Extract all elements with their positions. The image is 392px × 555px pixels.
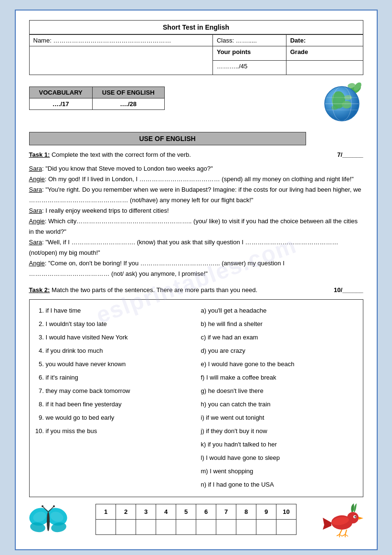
dialog-line-5: Angie: Which city……………………………………………….. (y…	[29, 216, 363, 237]
butterfly-icon	[29, 503, 67, 539]
match-option-m: m) I went shopping	[201, 465, 355, 478]
svg-point-23	[42, 505, 43, 507]
dialog-angie-2-text: Which city……………………………………………….. (you/ lik…	[29, 218, 358, 235]
answer-cell-7[interactable]	[216, 520, 236, 535]
svg-marker-28	[359, 517, 363, 520]
match-option-g: g) he doesn't live there	[201, 385, 355, 397]
page: Short Test in English Name: …………………………………	[15, 10, 378, 550]
match-option-l: l) I would have gone to sleep	[201, 452, 355, 464]
dialog-line-2: Angie: Oh my god! If I lived in London, …	[29, 174, 363, 185]
section-title: USE OF ENGLISH	[29, 132, 306, 145]
dialog-line-6: Sara: "Well, if I …………………………. (know) tha…	[29, 237, 363, 258]
speaker-angie-3: Angie	[29, 260, 45, 267]
match-option-n: n) if I had gone to the USA	[201, 479, 355, 491]
svg-line-37	[345, 530, 347, 534]
svg-point-21	[47, 512, 50, 531]
match-option-j: j) if they don't buy it now	[201, 425, 355, 437]
match-option-k: k) if you hadn't talked to her	[201, 438, 355, 451]
match-option-h: h) you can catch the train	[201, 398, 355, 411]
answer-cell-8[interactable]	[236, 520, 256, 535]
vocab-header: VOCABULARY	[29, 87, 92, 98]
dialog-sara-3-text: I really enjoy weekend trips to differen…	[45, 207, 169, 214]
class-dots: …….....	[236, 37, 257, 44]
answer-ans-row	[96, 520, 297, 535]
match-option-a: a) you'll get a headache	[201, 305, 355, 317]
dialog-line-4: Sara: I really enjoy weekend trips to di…	[29, 206, 363, 216]
match-option-e: e) I would have gone to the beach	[201, 358, 355, 370]
task2-score: 10/______	[334, 285, 363, 295]
match-item-3: I would have visited New York	[46, 331, 191, 344]
answer-grid: 1 2 3 4 5 6 7 8 9 10	[95, 504, 297, 535]
speaker-sara-4: Sara	[29, 239, 42, 246]
answer-cell-1[interactable]	[96, 520, 116, 535]
dialog-sara-1-text: "Did you know that Steve moved to London…	[45, 165, 212, 172]
globe-icon	[320, 81, 363, 124]
answer-num-10: 10	[276, 504, 297, 520]
answer-cell-10[interactable]	[276, 520, 297, 535]
use-header: USE OF ENGLISH	[92, 87, 164, 98]
match-option-c: c) if we had an exam	[201, 331, 355, 344]
title-text: Short Test in English	[163, 23, 229, 31]
answer-num-5: 5	[176, 504, 196, 520]
match-item-2: I wouldn't stay too late	[46, 318, 191, 330]
match-option-i: i) if we went out tonight	[201, 412, 355, 424]
answer-num-1: 1	[96, 504, 116, 520]
task1-desc: Complete the text with the correct form …	[52, 151, 191, 158]
task1-label: Task 1:	[29, 151, 50, 158]
svg-point-25	[53, 505, 55, 507]
match-option-d: d) you are crazy	[201, 345, 355, 357]
use-score: …./28	[92, 98, 164, 110]
dialog-line-3: Sara: "You're right. Do you remember whe…	[29, 185, 363, 206]
svg-line-38	[342, 534, 345, 536]
match-option-b: b) he will find a shelter	[201, 318, 355, 330]
name-label: Name:	[33, 37, 52, 44]
svg-line-34	[337, 534, 339, 536]
svg-marker-29	[323, 518, 331, 530]
butterfly-decoration	[29, 503, 67, 541]
task1-score: 7/______	[337, 150, 363, 160]
match-item-6: if it's raining	[46, 371, 191, 384]
match-left-list: if I have time I wouldn't stay too late …	[37, 305, 191, 437]
match-item-8: if it had been fine yesterday	[46, 398, 191, 411]
match-item-4: if you drink too much	[46, 345, 191, 357]
dialog-angie-3-text: "Come on, don't be boring! If you …………………	[29, 260, 285, 277]
vocab-score: …./17	[29, 98, 92, 110]
task2-desc: Match the two parts of the sentences. Th…	[52, 286, 257, 294]
match-item-9: we would go to bed early	[46, 412, 191, 424]
match-right-list: a) you'll get a headache b) he will find…	[201, 305, 355, 491]
bird-decoration	[320, 501, 363, 541]
svg-line-33	[339, 530, 342, 534]
dialog-line-7: Angie: "Come on, don't be boring! If you…	[29, 258, 363, 279]
answer-num-8: 8	[236, 504, 256, 520]
svg-line-36	[339, 534, 342, 536]
answer-cell-5[interactable]	[176, 520, 196, 535]
dialog-sara-4-text: "Well, if I …………………………. (know) that you …	[29, 239, 339, 256]
answer-cell-3[interactable]	[136, 520, 156, 535]
task2-label: Task 2:	[29, 286, 50, 294]
class-label: Class:	[217, 37, 234, 44]
answer-num-4: 4	[156, 504, 176, 520]
match-option-f: f) I will make a coffee break	[201, 371, 355, 384]
speaker-angie-1: Angie	[29, 175, 45, 183]
answer-num-7: 7	[216, 504, 236, 520]
answer-num-3: 3	[136, 504, 156, 520]
bird-icon	[320, 501, 363, 539]
speaker-sara-1: Sara	[29, 165, 42, 172]
dialog-sara-2-text: "You're right. Do you remember when we w…	[29, 186, 361, 204]
dialog-text: Sara: "Did you know that Steve moved to …	[29, 163, 363, 280]
answer-cell-2[interactable]	[116, 520, 136, 535]
match-right: a) you'll get a headache b) he will find…	[201, 305, 355, 492]
task2-heading: 10/______ Task 2: Match the two parts of…	[29, 285, 363, 295]
match-item-10: if you miss the bus	[46, 425, 191, 437]
answer-cell-4[interactable]	[156, 520, 176, 535]
answer-cell-6[interactable]	[196, 520, 216, 535]
answer-num-2: 2	[116, 504, 136, 520]
match-box: if I have time I wouldn't stay too late …	[29, 299, 363, 497]
points-value: ………../45	[217, 63, 247, 70]
match-item-7: they may come back tomorrow	[46, 385, 191, 397]
answer-cell-9[interactable]	[256, 520, 276, 535]
speaker-sara-3: Sara	[29, 207, 42, 214]
answer-grid-container: 1 2 3 4 5 6 7 8 9 10	[29, 504, 363, 535]
answer-num-9: 9	[256, 504, 276, 520]
date-label: Date:	[290, 37, 306, 44]
